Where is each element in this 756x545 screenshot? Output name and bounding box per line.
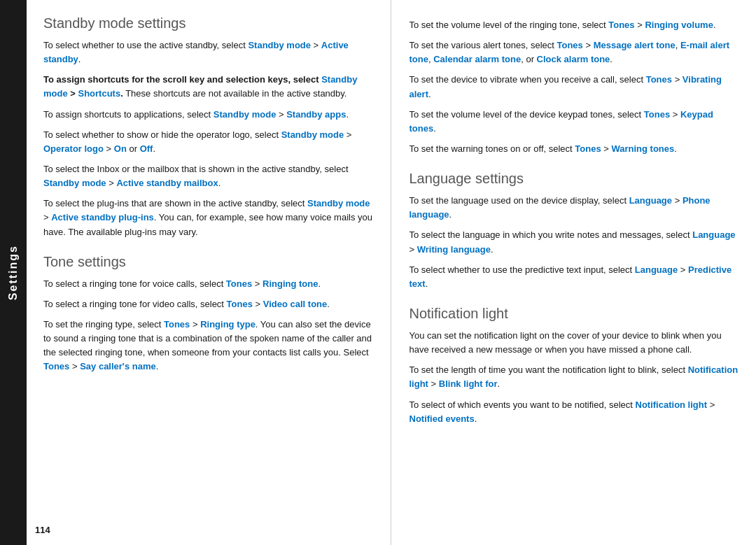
link-notification-light-2[interactable]: Notification light	[636, 399, 708, 410]
link-shortcuts[interactable]: Shortcuts	[78, 88, 121, 99]
left-column: Standby mode settings To select whether …	[27, 0, 391, 545]
section-title-standby: Standby mode settings	[43, 15, 374, 31]
link-ringing-type[interactable]: Ringing type	[200, 319, 255, 330]
standby-p3: To assign shortcuts to applications, sel…	[43, 108, 374, 122]
link-warning-tones[interactable]: Warning tones	[611, 143, 674, 154]
lang-p3: To select whether to use the predictive …	[410, 263, 740, 291]
link-blink-light-for[interactable]: Blink light for	[439, 378, 498, 389]
link-say-callers-name[interactable]: Say caller's name	[80, 361, 156, 371]
standby-p2: To assign shortcuts for the scroll key a…	[43, 73, 374, 101]
link-tones-4[interactable]: Tones	[43, 361, 69, 371]
tone-p1: To select a ringing tone for voice calls…	[43, 277, 374, 291]
right-p2: To set the various alert tones, select T…	[410, 38, 740, 66]
notif-p2: To set the length of time you want the n…	[410, 363, 740, 391]
standby-p4: To select whether to show or hide the op…	[43, 128, 374, 156]
page-wrapper: Settings Standby mode settings To select…	[0, 0, 756, 545]
link-standby-mode-4[interactable]: Standby mode	[281, 129, 344, 140]
link-active-standby-mailbox[interactable]: Active standby mailbox	[116, 178, 218, 188]
link-tones-6[interactable]: Tones	[557, 40, 583, 50]
link-writing-language[interactable]: Writing language	[417, 244, 491, 255]
section-title-notification: Notification light	[410, 306, 740, 322]
right-p5: To set the warning tones on or off, sele…	[410, 142, 740, 156]
notif-p1: You can set the notification light on th…	[410, 329, 740, 357]
link-video-call-tone[interactable]: Video call tone	[263, 299, 328, 309]
link-tones-9[interactable]: Tones	[575, 143, 601, 154]
standby-p6: To select the plug-ins that are shown in…	[43, 197, 374, 239]
side-tab: Settings	[0, 0, 27, 545]
link-standby-mode-1[interactable]: Standby mode	[248, 40, 311, 50]
link-language-1[interactable]: Language	[629, 195, 672, 206]
tone-p3: To set the ringing type, select Tones > …	[43, 318, 374, 374]
link-calendar-alarm-tone[interactable]: Calendar alarm tone	[433, 54, 521, 64]
link-tones-5[interactable]: Tones	[608, 20, 634, 30]
link-predictive-text[interactable]: Predictive text	[410, 264, 732, 289]
link-active-standby-plugins[interactable]: Active standby plug-ins	[51, 212, 154, 222]
link-ringing-volume[interactable]: Ringing volume	[645, 20, 713, 30]
link-standby-mode-3[interactable]: Standby mode	[214, 109, 276, 120]
link-tones-2[interactable]: Tones	[227, 299, 253, 309]
link-standby-mode-6[interactable]: Standby mode	[307, 198, 370, 208]
tone-p2: To select a ringing tone for video calls…	[43, 297, 374, 311]
notif-p3: To select of which events you want to be…	[410, 398, 740, 426]
link-notified-events[interactable]: Notified events	[410, 413, 475, 424]
link-ringing-tone[interactable]: Ringing tone	[262, 278, 318, 289]
right-column: To set the volume level of the ringing t…	[391, 0, 757, 545]
standby-p5: To select the Inbox or the mailbox that …	[43, 162, 374, 190]
link-operator-logo[interactable]: Operator logo	[43, 143, 104, 154]
link-tones-7[interactable]: Tones	[646, 74, 672, 85]
standby-p1: To select whether to use the active stan…	[43, 38, 374, 66]
link-clock-alarm-tone[interactable]: Clock alarm tone	[537, 54, 610, 64]
section-title-tone: Tone settings	[43, 254, 374, 270]
link-language-3[interactable]: Language	[635, 264, 678, 275]
link-on[interactable]: On	[114, 143, 127, 154]
lang-p2: To select the language in which you writ…	[410, 228, 740, 256]
side-tab-label: Settings	[7, 245, 20, 300]
link-tones-3[interactable]: Tones	[164, 319, 190, 330]
section-title-language: Language settings	[410, 171, 740, 187]
link-language-2[interactable]: Language	[692, 229, 735, 240]
link-message-alert-tone[interactable]: Message alert tone	[594, 40, 676, 50]
link-tones-8[interactable]: Tones	[644, 109, 670, 120]
link-vibrating-alert[interactable]: Vibrating alert	[410, 74, 722, 99]
link-standby-mode-5[interactable]: Standby mode	[43, 178, 106, 188]
right-p1: To set the volume level of the ringing t…	[410, 18, 740, 32]
right-p3: To set the device to vibrate when you re…	[410, 73, 740, 101]
lang-p1: To set the language used on the device d…	[410, 194, 740, 222]
link-off[interactable]: Off	[140, 143, 153, 154]
right-p4: To set the volume level of the device ke…	[410, 108, 740, 136]
page-number: 114	[35, 525, 50, 535]
main-content: Standby mode settings To select whether …	[27, 0, 756, 545]
link-standby-apps[interactable]: Standby apps	[286, 109, 346, 120]
link-tones-1[interactable]: Tones	[226, 278, 252, 289]
